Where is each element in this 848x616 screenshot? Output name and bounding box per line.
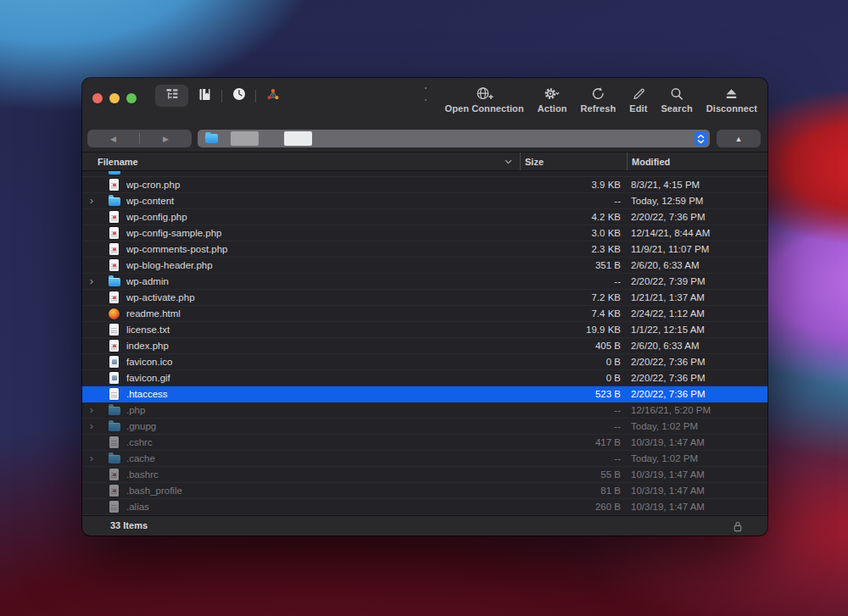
sync-tab[interactable]	[256, 85, 289, 107]
file-icon-cell	[108, 340, 120, 352]
php-file-icon	[109, 211, 119, 223]
book-icon	[199, 88, 210, 104]
file-name: wp-content	[126, 196, 520, 206]
upload-triangle-icon: ▲	[735, 135, 743, 143]
open-connection-button[interactable]: Open Connection	[445, 84, 524, 114]
back-forward-control: ◀ ▶	[87, 130, 192, 147]
file-size: 0 B	[520, 373, 627, 383]
file-size: --	[520, 405, 627, 415]
disclosure-chevron-icon[interactable]: ›	[86, 197, 97, 205]
search-button[interactable]: Search	[661, 84, 692, 114]
disclosure-chevron-icon[interactable]: ›	[86, 422, 97, 430]
toolbar-button-label: Disconnect	[706, 103, 757, 114]
file-name: wp-admin	[126, 276, 520, 286]
php-file-icon	[109, 259, 119, 271]
size-column-header[interactable]: Size	[520, 153, 627, 170]
disclosure-chevron-icon[interactable]: ›	[86, 277, 97, 286]
html-file-icon	[109, 308, 120, 319]
file-modified: 10/3/19, 1:47 AM	[627, 486, 767, 496]
filename-column-header[interactable]: Filename	[82, 153, 520, 170]
file-size: 523 B	[520, 389, 627, 399]
toolbar-button-label: Action	[538, 103, 567, 114]
path-stepper-control[interactable]	[695, 131, 707, 146]
file-name: readme.html	[126, 308, 520, 319]
file-name: .htaccess	[126, 389, 520, 399]
remote-browser-tab[interactable]	[155, 85, 188, 107]
refresh-button[interactable]: Refresh	[581, 84, 616, 114]
file-transfer-window: Open ConnectionActionRefreshEditSearchDi…	[82, 78, 767, 536]
php-file-icon	[109, 469, 119, 480]
eject-icon	[724, 84, 739, 101]
toolbar-separator-dots	[425, 87, 427, 101]
places-tab[interactable]	[188, 85, 221, 107]
file-icon-cell	[108, 453, 120, 464]
file-row[interactable]: wp-activate.php7.2 KB1/21/21, 1:37 AM	[82, 290, 767, 306]
file-row[interactable]: .alias260 B10/3/19, 1:47 AM	[82, 499, 767, 515]
php-file-icon	[109, 243, 119, 255]
file-row[interactable]: index.php405 B2/6/20, 6:33 AM	[82, 338, 767, 354]
edit-button[interactable]: Edit	[629, 84, 647, 114]
toolbar-button-label: Open Connection	[445, 103, 524, 114]
toolbar-button-label: Refresh	[581, 103, 616, 114]
file-icon-cell	[108, 421, 120, 432]
file-row[interactable]: wp-blog-header.php351 B2/6/20, 6:33 AM	[82, 258, 767, 274]
disclosure-chevron-icon[interactable]: ›	[86, 406, 97, 414]
folder-icon	[109, 407, 120, 416]
document-file-icon	[109, 388, 119, 400]
file-modified: 2/20/22, 7:39 PM	[627, 276, 767, 286]
file-icon-cell	[108, 436, 120, 448]
file-row[interactable]: wp-comments-post.php2.3 KB11/9/21, 11:07…	[82, 241, 767, 258]
file-row[interactable]: wp-cron.php3.9 KB8/3/21, 4:15 PM	[82, 177, 767, 193]
close-button[interactable]	[92, 93, 103, 103]
file-modified: 2/6/20, 6:33 AM	[627, 260, 767, 270]
file-row[interactable]: license.txt19.9 KB1/1/22, 12:15 AM	[82, 322, 767, 338]
file-row[interactable]: ›.gnupg--Today, 1:02 PM	[82, 419, 767, 435]
file-size: 3.0 KB	[520, 228, 627, 238]
file-modified: Today, 1:02 PM	[627, 453, 767, 463]
file-modified: 10/3/19, 1:47 AM	[627, 502, 767, 512]
file-row[interactable]: ›wp-admin--2/20/22, 7:39 PM	[82, 274, 767, 290]
file-modified: 2/20/22, 7:36 PM	[627, 357, 767, 367]
file-row[interactable]: ›.cache--Today, 1:02 PM	[82, 451, 767, 467]
file-modified: 2/6/20, 6:33 AM	[627, 341, 767, 351]
file-row-partial[interactable]	[82, 171, 767, 177]
action-button[interactable]: Action	[538, 84, 567, 114]
folder-icon	[205, 134, 218, 143]
path-control[interactable]	[198, 130, 710, 147]
file-row[interactable]: favicon.ico0 B2/20/22, 7:36 PM	[82, 354, 767, 370]
disclosure-chevron-icon[interactable]: ›	[86, 454, 97, 463]
upload-button[interactable]: ▲	[717, 130, 761, 147]
window-toolbar: Open ConnectionActionRefreshEditSearchDi…	[82, 78, 767, 125]
modified-column-header[interactable]: Modified	[627, 153, 767, 170]
file-size: --	[520, 196, 627, 206]
disconnect-button[interactable]: Disconnect	[706, 84, 757, 114]
file-name: favicon.gif	[126, 373, 520, 383]
status-bar: 33 Items	[82, 515, 767, 535]
file-modified: 10/3/19, 1:47 AM	[627, 469, 767, 480]
file-row[interactable]: wp-config-sample.php3.0 KB12/14/21, 8:44…	[82, 225, 767, 241]
clipped-folder-icon	[109, 171, 120, 175]
php-file-icon	[109, 485, 119, 497]
file-row[interactable]: ›.php--12/16/21, 5:20 PM	[82, 402, 767, 419]
path-bar-row: ◀ ▶ ▲	[82, 125, 767, 152]
file-modified: 1/1/22, 12:15 AM	[627, 325, 767, 335]
globe-plus-icon	[476, 84, 494, 101]
file-row[interactable]: .bashrc55 B10/3/19, 1:47 AM	[82, 467, 767, 483]
file-row[interactable]: favicon.gif0 B2/20/22, 7:36 PM	[82, 370, 767, 386]
file-row[interactable]: .bash_profile81 B10/3/19, 1:47 AM	[82, 483, 767, 499]
file-row[interactable]: .cshrc417 B10/3/19, 1:47 AM	[82, 435, 767, 451]
file-name: license.txt	[126, 325, 520, 335]
file-size: --	[520, 453, 627, 463]
zoom-button[interactable]	[126, 93, 137, 103]
file-row[interactable]: .htaccess523 B2/20/22, 7:36 PM	[82, 386, 767, 402]
history-tab[interactable]	[222, 85, 255, 107]
file-row[interactable]: ›wp-content--Today, 12:59 PM	[82, 193, 767, 209]
minimize-button[interactable]	[109, 93, 120, 103]
file-size: --	[520, 276, 627, 286]
file-row[interactable]: readme.html7.4 KB2/24/22, 1:12 AM	[82, 306, 767, 322]
file-name: .alias	[126, 502, 520, 512]
back-button[interactable]: ◀	[87, 130, 139, 147]
chevron-down-icon	[505, 159, 512, 164]
file-row[interactable]: wp-config.php4.2 KB2/20/22, 7:36 PM	[82, 209, 767, 225]
forward-button[interactable]: ▶	[140, 130, 192, 147]
